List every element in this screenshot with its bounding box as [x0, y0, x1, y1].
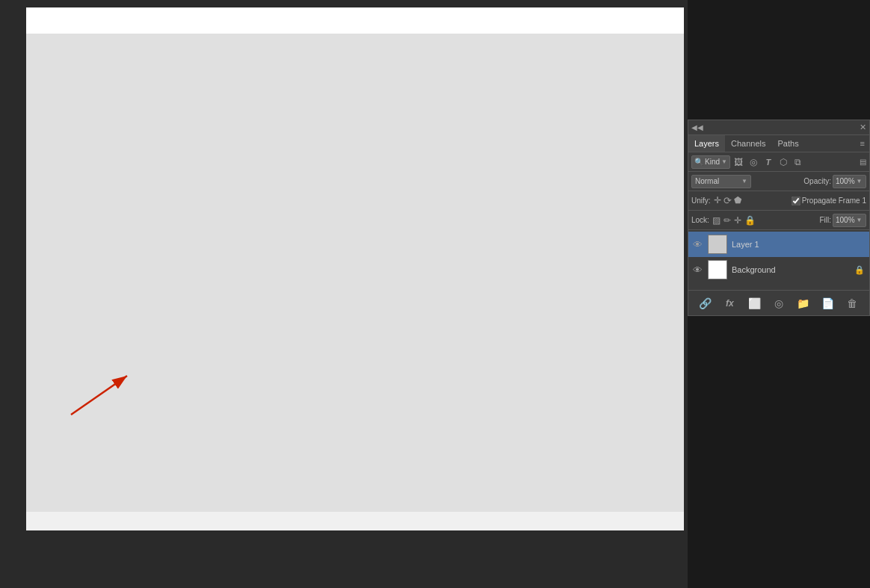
layer-effects-icon[interactable]: fx — [722, 298, 737, 309]
opacity-label: Opacity: — [803, 177, 831, 185]
canvas-main[interactable] — [26, 34, 684, 512]
blend-chevron-icon: ▼ — [741, 178, 747, 185]
panel-header: ◀◀ ✕ — [688, 120, 869, 135]
svg-line-1 — [71, 376, 127, 415]
canvas-document — [26, 7, 684, 530]
lock-row: Lock: ▨ ✏ ✛ 🔒 Fill: 100% ▼ — [688, 211, 869, 230]
lock-position-icon[interactable]: ✛ — [734, 215, 741, 226]
filter-menu-icon[interactable]: ▤ — [860, 158, 866, 166]
layer-name-layer1: Layer 1 — [732, 240, 865, 249]
tab-layers[interactable]: Layers — [688, 135, 725, 152]
add-mask-icon[interactable]: ⬜ — [747, 297, 762, 309]
collapse-arrows-icon[interactable]: ◀◀ — [691, 123, 703, 131]
fill-input[interactable]: 100% ▼ — [833, 214, 866, 227]
panel-tabs: Layers Channels Paths ≡ — [688, 135, 869, 152]
fill-group: Fill: 100% ▼ — [819, 214, 866, 227]
filter-smart-icon[interactable]: ⧉ — [792, 157, 804, 167]
filter-row: 🔍 Kind ▼ 🖼 ◎ T ⬡ ⧉ ▤ — [688, 152, 869, 172]
propagate-checkbox[interactable] — [792, 196, 800, 205]
opacity-chevron-icon: ▼ — [857, 178, 863, 185]
filter-shape-icon[interactable]: ⬡ — [777, 157, 789, 167]
panel-bottom-toolbar: 🔗 fx ⬜ ◎ 📁 📄 🗑 — [688, 290, 869, 315]
fill-chevron-icon: ▼ — [857, 217, 863, 223]
close-panel-button[interactable]: ✕ — [860, 123, 866, 132]
kind-chevron-icon: ▼ — [721, 158, 727, 165]
lock-all-icon[interactable]: 🔒 — [744, 215, 756, 226]
blend-mode-row: Normal ▼ Opacity: 100% ▼ — [688, 172, 869, 191]
visibility-icon-background[interactable]: 👁 — [693, 264, 703, 276]
panel-menu-button[interactable]: ≡ — [856, 137, 869, 150]
unify-style-icon[interactable]: ⟳ — [724, 195, 732, 206]
lock-badge-background: 🔒 — [854, 265, 865, 275]
filter-image-icon[interactable]: 🖼 — [732, 157, 744, 167]
lock-pixels-icon[interactable]: ▨ — [712, 215, 721, 226]
lock-image-icon[interactable]: ✏ — [724, 215, 731, 226]
layers-list: 👁 Layer 1 👁 Background 🔒 — [688, 230, 869, 290]
new-group-icon[interactable]: 📁 — [796, 297, 811, 309]
propagate-label: Propagate Frame 1 — [802, 196, 866, 205]
opacity-input[interactable]: 100% ▼ — [833, 175, 866, 188]
visibility-icon-layer1[interactable]: 👁 — [693, 239, 703, 250]
unify-row: Unify: ✛ ⟳ ⬟ Propagate Frame 1 — [688, 191, 869, 211]
lock-label: Lock: — [691, 216, 709, 224]
layers-panel: ◀◀ ✕ Layers Channels Paths ≡ 🔍 Kind ▼ 🖼 … — [688, 120, 870, 316]
layer-item-layer1[interactable]: 👁 Layer 1 — [688, 232, 869, 257]
adjustment-icon[interactable]: ◎ — [771, 297, 786, 309]
layer-thumb-background — [708, 260, 727, 279]
link-layers-icon[interactable]: 🔗 — [697, 297, 712, 309]
kind-select[interactable]: 🔍 Kind ▼ — [691, 155, 730, 169]
filter-adjustment-icon[interactable]: ◎ — [747, 157, 759, 167]
layer-name-background: Background — [732, 265, 850, 274]
unify-icons: ✛ ⟳ ⬟ — [714, 195, 741, 206]
layer-thumb-layer1 — [708, 235, 727, 254]
lock-icons: ▨ ✏ ✛ 🔒 — [712, 215, 756, 226]
tab-paths[interactable]: Paths — [772, 135, 805, 152]
layer-item-background[interactable]: 👁 Background 🔒 — [688, 257, 869, 282]
filter-type-icon[interactable]: T — [762, 158, 774, 167]
blend-mode-select[interactable]: Normal ▼ — [691, 175, 751, 188]
tab-channels[interactable]: Channels — [725, 135, 771, 152]
fill-label: Fill: — [819, 216, 831, 224]
unify-position-icon[interactable]: ✛ — [714, 195, 721, 206]
delete-layer-icon[interactable]: 🗑 — [845, 297, 860, 309]
opacity-group: Opacity: 100% ▼ — [803, 175, 866, 188]
new-layer-icon[interactable]: 📄 — [821, 297, 836, 309]
unify-source-icon[interactable]: ⬟ — [734, 195, 741, 206]
canvas-bottom-bar — [26, 512, 684, 530]
canvas-area — [0, 0, 688, 588]
propagate-group: Propagate Frame 1 — [792, 196, 866, 205]
canvas-top-bar — [26, 7, 684, 34]
filter-icons: 🖼 ◎ T ⬡ ⧉ — [732, 157, 804, 167]
unify-label: Unify: — [691, 196, 711, 205]
red-arrow — [64, 370, 138, 422]
